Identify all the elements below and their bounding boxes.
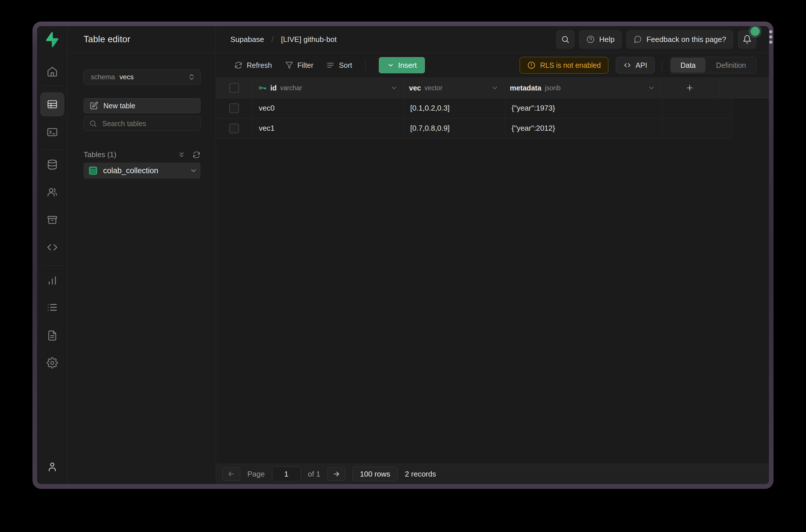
cell-metadata[interactable]: {"year":1973}: [505, 98, 663, 118]
collapse-all-icon[interactable]: [177, 151, 186, 159]
nav-home[interactable]: [45, 64, 59, 78]
rail-divider: [42, 150, 63, 150]
page-of-label: of 1: [308, 470, 320, 479]
warning-circle-icon: [527, 61, 536, 70]
search-tables-input[interactable]: [102, 119, 195, 128]
nav-profile[interactable]: [45, 460, 59, 474]
help-button[interactable]: Help: [579, 30, 621, 49]
bell-icon: [743, 35, 752, 44]
table-row: vec1 [0.7,0.8,0.9] {"year":2012}: [216, 118, 769, 138]
tab-data[interactable]: Data: [671, 58, 705, 72]
sort-label: Sort: [339, 61, 352, 70]
app-window: Table editor Supabase / [LIVE] github-bo…: [33, 21, 773, 489]
cell-vec[interactable]: [0.7,0.8,0.9]: [404, 118, 505, 138]
arrow-left-icon: [227, 470, 235, 478]
page-number-input[interactable]: [272, 467, 301, 481]
supabase-logo-icon[interactable]: [44, 31, 61, 48]
sort-button[interactable]: Sort: [327, 61, 352, 70]
column-header-id[interactable]: id varchar: [252, 78, 403, 98]
search-tables-box: [83, 116, 200, 131]
breadcrumb: Supabase / [LIVE] github-bot: [230, 35, 337, 44]
cell-id[interactable]: vec1: [252, 118, 404, 138]
home-icon: [46, 66, 58, 77]
insert-button[interactable]: Insert: [379, 57, 425, 73]
nav-storage[interactable]: [45, 213, 59, 227]
nav-rail: [37, 53, 68, 484]
new-table-button[interactable]: New table: [83, 98, 200, 113]
add-column-button[interactable]: [661, 78, 719, 98]
chevron-down-icon[interactable]: [390, 84, 398, 92]
chevron-down-icon: [387, 61, 395, 69]
sort-list-icon: [327, 61, 334, 69]
chevron-down-icon[interactable]: [491, 84, 499, 92]
api-label: API: [636, 61, 647, 70]
insert-label: Insert: [398, 61, 417, 70]
pagination-bar: Page of 1 100 rows 2 records: [216, 463, 769, 484]
column-header-metadata[interactable]: metadata jsonb: [504, 78, 661, 98]
rail-divider: [42, 265, 63, 266]
column-name: id: [270, 84, 276, 92]
breadcrumb-org[interactable]: Supabase: [230, 35, 264, 44]
page-label: Page: [247, 470, 265, 479]
rows-per-page-button[interactable]: 100 rows: [352, 467, 398, 481]
toolbar-divider: [662, 59, 663, 71]
rls-warning-pill[interactable]: RLS is not enabled: [520, 57, 608, 74]
cell-id[interactable]: vec0: [252, 98, 404, 118]
nav-docs[interactable]: [45, 329, 59, 342]
header-actions: Help Feedback on this page?: [556, 30, 756, 49]
green-table-icon: [88, 166, 98, 175]
filter-label: Filter: [298, 61, 314, 70]
main-header: Supabase / [LIVE] github-bot Help: [216, 26, 769, 53]
chevron-down-icon[interactable]: [190, 167, 198, 175]
page-title: Table editor: [83, 34, 130, 44]
chevron-down-icon[interactable]: [648, 84, 655, 92]
records-count: 2 records: [405, 470, 436, 479]
next-page-button[interactable]: [327, 467, 345, 481]
cell-empty: [663, 98, 732, 118]
storage-icon: [46, 214, 58, 226]
new-table-label: New table: [103, 102, 135, 110]
tab-definition[interactable]: Definition: [707, 58, 755, 72]
row-select-cell: [216, 118, 252, 138]
search-icon: [561, 35, 570, 44]
panel-header: Table editor: [68, 26, 216, 53]
select-all-cell: [216, 78, 252, 98]
select-all-checkbox[interactable]: [229, 83, 239, 93]
cell-metadata[interactable]: {"year":2012}: [505, 118, 663, 138]
data-grid: id varchar vec vector meta: [216, 78, 769, 463]
filter-button[interactable]: Filter: [285, 61, 314, 70]
api-button[interactable]: API: [616, 57, 655, 74]
grid-header-filler: [719, 78, 769, 98]
nav-auth[interactable]: [45, 185, 59, 199]
nav-reports[interactable]: [45, 273, 59, 287]
search-button[interactable]: [556, 30, 575, 49]
nav-settings[interactable]: [45, 356, 59, 370]
toolbar-right: RLS is not enabled API Data Definition: [520, 57, 756, 74]
breadcrumb-separator: /: [271, 35, 273, 44]
row-checkbox[interactable]: [229, 124, 239, 133]
column-name: metadata: [510, 84, 541, 92]
column-header-vec[interactable]: vec vector: [403, 78, 504, 98]
cell-vec[interactable]: [0.1,0.2,0.3]: [404, 98, 505, 118]
tables-heading: Tables (1): [83, 150, 116, 159]
notifications-wrapper: [738, 30, 756, 49]
rail-divider: [42, 85, 63, 86]
nav-sql-editor[interactable]: [45, 125, 59, 139]
nav-table-editor[interactable]: [40, 92, 64, 116]
docs-icon: [46, 330, 58, 341]
previous-page-button[interactable]: [222, 467, 240, 481]
feedback-label: Feedback on this page?: [646, 35, 726, 44]
breadcrumb-project[interactable]: [LIVE] github-bot: [281, 35, 337, 44]
schema-select[interactable]: schema vecs: [83, 70, 200, 84]
refresh-button[interactable]: Refresh: [234, 61, 272, 70]
nav-logs[interactable]: [45, 301, 59, 314]
nav-database[interactable]: [45, 158, 59, 171]
nav-edge-functions[interactable]: [45, 241, 59, 254]
code-brackets-icon: [623, 61, 631, 69]
refresh-tables-icon[interactable]: [192, 151, 200, 159]
row-checkbox[interactable]: [229, 103, 239, 113]
table-row: vec0 [0.1,0.2,0.3] {"year":1973}: [216, 98, 769, 118]
table-list-item-colab-collection[interactable]: colab_collection: [83, 163, 200, 179]
feedback-button[interactable]: Feedback on this page?: [626, 30, 733, 49]
schema-select-value: vecs: [119, 73, 134, 81]
